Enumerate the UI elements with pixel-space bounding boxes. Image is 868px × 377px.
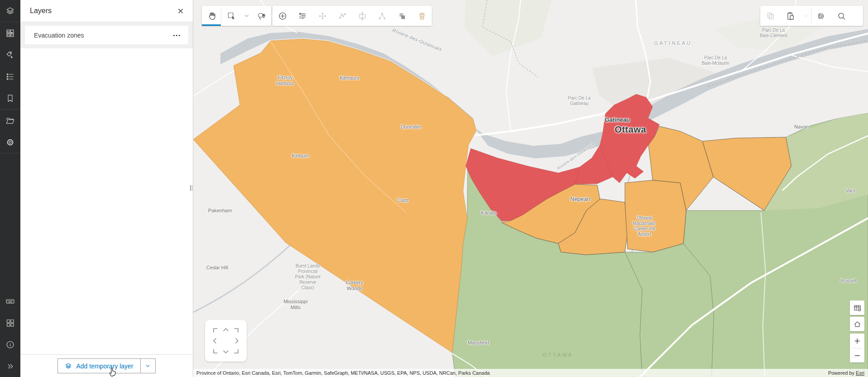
layer-name: Evacuation zones	[34, 32, 172, 39]
panel-resize-handle[interactable]	[190, 185, 192, 191]
reshape-tool-button	[332, 6, 352, 26]
clipboard-toolbar	[760, 6, 863, 26]
gear-icon	[5, 138, 15, 147]
esri-link[interactable]: Esri	[856, 370, 864, 376]
basemap-svg	[193, 0, 868, 377]
copy-button	[760, 6, 780, 26]
search-button[interactable]	[831, 6, 851, 26]
delete-button	[412, 6, 432, 26]
vertices-icon	[377, 11, 387, 21]
map-nav-pad[interactable]	[205, 320, 247, 362]
layers-panel: Layers × Evacuation zones ••• Add tempor…	[20, 0, 193, 377]
trash-icon	[417, 11, 427, 21]
feature-attributes-button[interactable]	[292, 6, 312, 26]
panel-footer: Add temporary layer	[20, 354, 193, 377]
chevron-down-icon	[243, 13, 250, 19]
reshape-icon	[338, 11, 347, 21]
attribute-list-icon	[298, 11, 307, 21]
app-window: Fitzroy HarbourKilmaursDunrobinKinburnCa…	[0, 0, 868, 377]
sidebar-item-select[interactable]	[0, 44, 20, 66]
layer-list-item[interactable]: Evacuation zones •••	[25, 26, 188, 44]
add-temporary-layer-label: Add temporary layer	[76, 363, 133, 370]
keyboard-icon	[5, 296, 15, 306]
duplicate-icon	[397, 11, 407, 21]
layer-options-button[interactable]: •••	[172, 31, 182, 40]
pan-up-right-icon	[234, 329, 238, 332]
folder-open-icon	[5, 116, 15, 125]
pan-down-icon	[224, 351, 228, 353]
info-icon	[5, 340, 15, 349]
marquee-select-icon	[227, 11, 236, 21]
sidebar-item-info[interactable]	[0, 334, 20, 355]
grid-settings-button[interactable]	[850, 301, 864, 315]
lasso-select-icon	[257, 11, 267, 21]
magnet-snapping-icon	[817, 11, 826, 21]
home-extent-button[interactable]	[850, 317, 864, 331]
nav-pad-glyphs	[205, 320, 247, 362]
pan-down-left-icon	[214, 349, 217, 353]
select-by-lasso-button[interactable]	[252, 6, 271, 26]
layers-icon	[5, 6, 15, 16]
snapping-button[interactable]	[811, 6, 831, 26]
sidebar-item-app-grid[interactable]	[0, 312, 20, 334]
search-icon	[837, 11, 846, 21]
legend-list-icon	[5, 72, 15, 81]
sidebar-collapse-button[interactable]	[0, 355, 20, 377]
chevron-down-icon	[803, 13, 809, 19]
sidebar-item-legend[interactable]	[0, 66, 20, 87]
attribution-bar: Province of Ontario, Esri Canada, Esri, …	[193, 369, 868, 377]
app-sidebar-rail	[0, 0, 20, 377]
select-state-icon	[5, 50, 15, 60]
select-options-chevron-button[interactable]	[241, 6, 252, 26]
pan-right-icon	[236, 339, 238, 343]
double-chevron-right-icon	[5, 362, 15, 371]
add-layer-options-button[interactable]	[140, 358, 156, 373]
move-tool-button	[312, 6, 332, 26]
chevron-down-icon	[145, 363, 151, 369]
sidebar-spacer	[0, 153, 20, 290]
attribution-text: Province of Ontario, Esri Canada, Esri, …	[193, 370, 828, 376]
bookmark-icon	[5, 94, 15, 103]
basemap-grid-icon	[5, 29, 15, 38]
layers-icon	[65, 363, 72, 370]
move-arrows-icon	[318, 11, 327, 21]
layer-list: Evacuation zones •••	[20, 22, 193, 48]
panel-title: Layers	[30, 7, 174, 15]
sidebar-item-catalog[interactable]	[0, 110, 20, 131]
layers-panel-header: Layers ×	[20, 0, 193, 22]
select-marquee-button[interactable]	[221, 6, 241, 26]
edit-vertices-button	[372, 6, 392, 26]
split-tool-button	[352, 6, 372, 26]
grid-settings-icon	[853, 304, 862, 312]
pan-up-left-icon	[214, 329, 217, 332]
sidebar-item-settings[interactable]	[0, 131, 20, 153]
zoom-in-button[interactable]: +	[850, 334, 864, 348]
copy-icon	[766, 11, 775, 21]
paste-options-chevron-button	[800, 6, 811, 26]
zoom-out-button[interactable]: −	[850, 348, 864, 363]
panel-body	[20, 48, 193, 354]
create-feature-button[interactable]	[272, 6, 292, 26]
app-grid-icon	[5, 318, 15, 328]
panel-close-button[interactable]: ×	[174, 4, 187, 18]
add-temporary-layer-button[interactable]: Add temporary layer	[57, 358, 140, 373]
split-icon	[358, 11, 367, 21]
edit-toolbar	[272, 6, 432, 26]
map-canvas[interactable]: Fitzroy HarbourKilmaursDunrobinKinburnCa…	[193, 0, 868, 377]
pan-tool-button[interactable]	[202, 6, 221, 26]
home-icon	[853, 320, 862, 329]
sidebar-item-bookmarks[interactable]	[0, 87, 20, 109]
hand-pan-icon	[207, 11, 216, 21]
sidebar-item-keyboard-shortcuts[interactable]	[0, 290, 20, 312]
pan-down-right-icon	[234, 349, 238, 353]
zoom-controls: + −	[850, 334, 864, 363]
pan-left-icon	[214, 339, 216, 343]
map-tools-toolbar	[202, 6, 271, 26]
sidebar-item-layers[interactable]	[0, 0, 20, 22]
powered-by: Powered by Esri	[828, 370, 868, 376]
pan-up-icon	[224, 329, 228, 331]
plus-circle-icon	[278, 11, 287, 21]
sidebar-item-basemap[interactable]	[0, 22, 20, 44]
paste-button[interactable]	[780, 6, 800, 26]
duplicate-button	[392, 6, 412, 26]
